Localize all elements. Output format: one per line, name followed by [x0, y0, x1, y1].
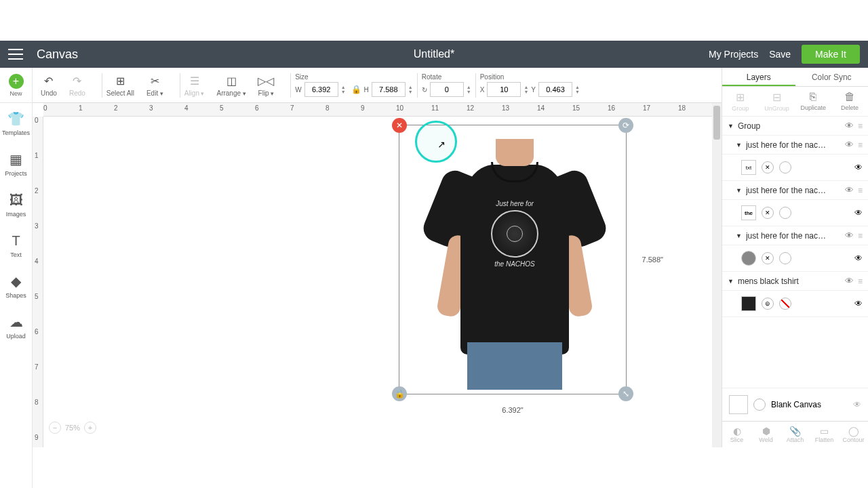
size-group: Size W ▲▼ 🔒 H ▲▼: [295, 73, 413, 97]
image-icon: 🖼: [9, 192, 23, 208]
attach-action: 📎Attach: [781, 422, 810, 447]
flip-dropdown[interactable]: ▷◁Flip: [258, 73, 275, 97]
delete-handle[interactable]: ✕: [392, 118, 407, 133]
left-sidebar: +New 👕Templates ▦Projects 🖼Images TText …: [0, 68, 33, 488]
zoom-out-button[interactable]: −: [49, 422, 61, 434]
cursor-highlight: [415, 121, 457, 163]
layer-tshirt-detail[interactable]: ⊚ 👁: [722, 291, 868, 317]
drag-handle-icon[interactable]: ≡: [858, 277, 863, 286]
redo-button: ↷Redo: [69, 73, 85, 97]
drag-handle-icon[interactable]: ≡: [858, 140, 863, 150]
layer-tshirt[interactable]: ▼ mens black tshirt 👁 ≡: [722, 272, 868, 291]
contour-action: ◯Contour: [839, 422, 868, 447]
rotate-icon: ↻: [422, 86, 427, 94]
zoom-value: 75%: [65, 424, 80, 432]
height-input[interactable]: [372, 82, 406, 97]
zoom-in-button[interactable]: +: [84, 422, 96, 434]
drag-handle-icon[interactable]: ≡: [858, 231, 863, 241]
my-projects-link[interactable]: My Projects: [709, 49, 758, 60]
undo-button[interactable]: ↶Undo: [41, 73, 57, 97]
layer-item-3[interactable]: ▼ just here for the nac… 👁 ≡: [722, 226, 868, 245]
rotate-handle[interactable]: ⟳: [618, 118, 633, 133]
rotate-group: Rotate ↻ ▲▼: [422, 73, 471, 97]
visibility-icon[interactable]: 👁: [854, 163, 863, 172]
layer-item-2-detail[interactable]: the✕ 👁: [722, 200, 868, 226]
select-all-button[interactable]: ⊞Select All: [106, 73, 134, 97]
chevron-down-icon[interactable]: ▼: [736, 142, 742, 148]
weld-action: ⬢Weld: [751, 422, 781, 447]
tshirt-mockup[interactable]: Just here for the NACHOS: [454, 139, 576, 390]
layer-footer-actions: ◐Slice ⬢Weld 📎Attach ▭Flatten ◯Contour: [722, 421, 868, 447]
selection-bounding-box[interactable]: ✕ ⟳ 🔒 ⤡ 6.392" 7.588" Just here for the …: [399, 125, 627, 394]
x-input[interactable]: [487, 82, 521, 97]
layer-item-3-detail[interactable]: ✕ 👁: [722, 245, 868, 272]
vertical-ruler: 0123456789: [33, 117, 43, 447]
duplicate-action[interactable]: ⎘Duplicate: [795, 87, 832, 116]
lock-aspect-icon[interactable]: 🔒: [351, 85, 361, 94]
chevron-down-icon[interactable]: ▼: [728, 123, 734, 129]
sidebar-images[interactable]: 🖼Images: [0, 184, 32, 225]
canvas-area[interactable]: 0123456789101112131415161718 0123456789 …: [33, 103, 722, 447]
shapes-icon: ◆: [11, 273, 21, 289]
text-icon: T: [12, 233, 20, 249]
horizontal-ruler: 0123456789101112131415161718: [43, 103, 722, 117]
tab-layers[interactable]: Layers: [722, 68, 795, 86]
visibility-icon[interactable]: 👁: [845, 140, 854, 150]
visibility-icon[interactable]: 👁: [845, 276, 854, 286]
layer-item-1[interactable]: ▼ just here for the nac… 👁 ≡: [722, 136, 868, 155]
resize-handle[interactable]: ⤡: [618, 386, 633, 401]
drag-handle-icon[interactable]: ≡: [858, 186, 863, 195]
width-stepper[interactable]: ▲▼: [341, 85, 346, 94]
chevron-down-icon[interactable]: ▼: [736, 232, 742, 239]
canvas-swatch[interactable]: [729, 395, 748, 414]
upload-icon: ☁: [9, 314, 23, 330]
canvas-surface[interactable]: ✕ ⟳ 🔒 ⤡ 6.392" 7.588" Just here for the …: [43, 117, 722, 447]
tshirt-icon: 👕: [7, 110, 24, 127]
sidebar-templates[interactable]: 👕Templates: [0, 103, 32, 144]
rotate-input[interactable]: [430, 82, 464, 97]
edit-dropdown[interactable]: ✂Edit: [146, 73, 163, 97]
delete-action[interactable]: 🗑Delete: [831, 87, 868, 116]
visibility-icon[interactable]: 👁: [854, 253, 863, 263]
shirt-design: Just here for the NACHOS: [484, 200, 545, 281]
hamburger-icon[interactable]: [8, 49, 23, 60]
visibility-icon[interactable]: 👁: [854, 299, 863, 308]
lock-handle[interactable]: 🔒: [392, 386, 407, 401]
flatten-action: ▭Flatten: [810, 422, 839, 447]
width-input[interactable]: [304, 82, 338, 97]
layer-group[interactable]: ▼ Group 👁 ≡: [722, 117, 868, 136]
tab-color-sync[interactable]: Color Sync: [795, 68, 869, 86]
visibility-icon[interactable]: 👁: [854, 208, 863, 218]
app-header: Canvas Untitled* My Projects Save Make I…: [0, 41, 868, 68]
make-it-button[interactable]: Make It: [802, 45, 860, 64]
ungroup-action: ⊟UnGroup: [759, 87, 795, 116]
x-stepper[interactable]: ▲▼: [524, 85, 528, 94]
y-input[interactable]: [538, 82, 572, 97]
layer-item-2[interactable]: ▼ just here for the nac… 👁 ≡: [722, 181, 868, 200]
height-stepper[interactable]: ▲▼: [408, 85, 413, 94]
chevron-down-icon[interactable]: ▼: [736, 187, 742, 194]
vertical-scrollbar[interactable]: [712, 103, 722, 447]
zoom-control[interactable]: − 75% +: [49, 422, 96, 434]
visibility-icon[interactable]: 👁: [845, 230, 854, 241]
visibility-icon[interactable]: 👁: [845, 121, 854, 131]
app-title: Canvas: [37, 47, 78, 62]
drag-handle-icon[interactable]: ≡: [858, 121, 863, 131]
height-dimension-label: 7.588": [642, 256, 663, 264]
y-stepper[interactable]: ▲▼: [575, 85, 580, 94]
document-title[interactable]: Untitled*: [414, 48, 454, 60]
layer-item-1-detail[interactable]: txt✕ 👁: [722, 155, 868, 181]
arrange-dropdown[interactable]: ◫Arrange: [216, 73, 245, 97]
sidebar-upload[interactable]: ☁Upload: [0, 306, 32, 347]
sidebar-shapes[interactable]: ◆Shapes: [0, 266, 32, 306]
new-button[interactable]: +New: [0, 68, 32, 103]
visibility-off-icon[interactable]: 👁: [853, 400, 861, 409]
save-button[interactable]: Save: [769, 49, 791, 60]
blank-canvas-row[interactable]: Blank Canvas 👁: [722, 388, 868, 421]
rotate-stepper[interactable]: ▲▼: [467, 85, 471, 94]
sidebar-text[interactable]: TText: [0, 225, 32, 266]
sidebar-projects[interactable]: ▦Projects: [0, 144, 32, 184]
chevron-down-icon[interactable]: ▼: [728, 278, 734, 285]
layers-panel: Layers Color Sync ⊞Group ⊟UnGroup ⎘Dupli…: [722, 68, 868, 447]
visibility-icon[interactable]: 👁: [845, 185, 854, 195]
